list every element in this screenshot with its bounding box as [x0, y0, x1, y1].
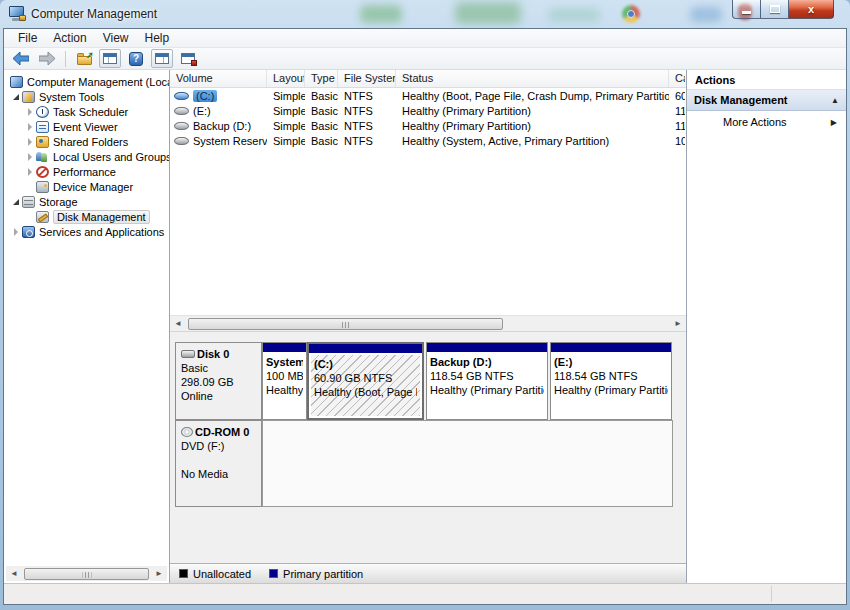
- collapse-arrow-icon[interactable]: [24, 168, 36, 176]
- cdrom-label[interactable]: CD-ROM 0 DVD (F:) No Media: [175, 420, 262, 507]
- status-bar: [4, 583, 846, 604]
- desktop-blur-chrome-center: [627, 10, 635, 18]
- shared-folders-icon: [36, 136, 49, 148]
- collapse-arrow-icon[interactable]: [24, 108, 36, 116]
- column-header-file-system[interactable]: File System: [338, 70, 396, 87]
- tree-item-disk-management[interactable]: Disk Management: [4, 209, 169, 224]
- task-scheduler-icon: [36, 106, 49, 118]
- primary-partition-band: [551, 343, 671, 353]
- partition-system[interactable]: System 100 MB Healthy (System, Active, P…: [262, 342, 307, 420]
- show-action-pane-button[interactable]: [151, 49, 173, 68]
- snap-in-icon: [181, 53, 195, 64]
- volume-list-horizontal-scrollbar[interactable]: ◄ ►: [170, 315, 686, 331]
- column-header-layout[interactable]: Layout: [267, 70, 305, 87]
- cdrom-media: DVD (F:): [181, 440, 257, 452]
- volume-icon: [174, 107, 189, 115]
- legend-primary-partition: Primary partition: [269, 568, 363, 580]
- action-pane-icon: [155, 53, 169, 64]
- close-button[interactable]: x: [789, 0, 834, 19]
- partition-e[interactable]: (E:) 118.54 GB NTFS Healthy (Primary Par…: [550, 342, 672, 420]
- volume-row-c[interactable]: (C:) Simple Basic NTFS Healthy (Boot, Pa…: [170, 88, 686, 103]
- menu-action[interactable]: Action: [45, 29, 94, 47]
- volume-rows: (C:) Simple Basic NTFS Healthy (Boot, Pa…: [170, 88, 686, 315]
- collapse-arrow-icon[interactable]: [24, 153, 36, 161]
- event-viewer-icon: [36, 121, 49, 133]
- collapse-arrow-icon[interactable]: [24, 138, 36, 146]
- cdrom-spacer: [181, 454, 257, 466]
- app-icon: [9, 6, 26, 22]
- partition-c[interactable]: (C:) 60.90 GB NTFS Healthy (Boot, Page F…: [307, 342, 424, 420]
- scroll-right-icon[interactable]: ►: [151, 567, 167, 581]
- tree-item-local-users-and-groups[interactable]: Local Users and Groups: [4, 149, 169, 164]
- desktop-blur-teal: [548, 8, 600, 22]
- forward-button[interactable]: [36, 49, 58, 68]
- column-header-capacity[interactable]: Capacity: [669, 70, 685, 87]
- back-icon: [13, 52, 29, 65]
- window-title: Computer Management: [31, 7, 157, 21]
- column-header-type[interactable]: Type: [305, 70, 338, 87]
- disk0-type: Basic: [181, 362, 257, 374]
- console-tree-icon: [103, 53, 117, 64]
- volume-row-e[interactable]: (E:) Simple Basic NTFS Healthy (Primary …: [170, 103, 686, 118]
- cd-icon: [181, 427, 193, 437]
- scrollbar-thumb[interactable]: [24, 568, 149, 580]
- local-users-groups-icon: [36, 151, 49, 163]
- actions-group-disk-management[interactable]: Disk Management ▲: [687, 90, 846, 111]
- window-frame: File Action View Help ➚ ?: [3, 28, 847, 605]
- performance-icon: [36, 166, 49, 178]
- tree-item-task-scheduler[interactable]: Task Scheduler: [4, 104, 169, 119]
- show-console-tree-button[interactable]: [99, 49, 121, 68]
- storage-icon: [22, 196, 35, 208]
- scroll-right-icon[interactable]: ►: [670, 317, 686, 331]
- cdrom-status: No Media: [181, 468, 257, 480]
- tree-item-computer-management[interactable]: Computer Management (Local): [4, 74, 169, 89]
- tree-item-shared-folders[interactable]: Shared Folders: [4, 134, 169, 149]
- column-header-volume[interactable]: Volume: [170, 70, 267, 87]
- more-actions-item[interactable]: More Actions ▶: [687, 111, 846, 133]
- scroll-left-icon[interactable]: ◄: [170, 317, 186, 331]
- volume-row-backup-d[interactable]: Backup (D:) Simple Basic NTFS Healthy (P…: [170, 118, 686, 133]
- menu-help[interactable]: Help: [137, 29, 178, 47]
- maximize-button[interactable]: [761, 0, 789, 19]
- scrollbar-track[interactable]: [22, 567, 151, 581]
- back-button[interactable]: [10, 49, 32, 68]
- partition-backup-d[interactable]: Backup (D:) 118.54 GB NTFS Healthy (Prim…: [426, 342, 548, 420]
- scrollbar-track[interactable]: [186, 317, 670, 331]
- collapse-caret-icon[interactable]: ▲: [831, 96, 839, 105]
- disk0-label[interactable]: Disk 0 Basic 298.09 GB Online: [175, 342, 262, 420]
- scroll-left-icon[interactable]: ◄: [6, 567, 22, 581]
- desktop-blur-green-2: [455, 2, 521, 24]
- column-header-status[interactable]: Status: [396, 70, 669, 87]
- primary-partition-band: [427, 343, 547, 353]
- folder-up-icon: ➚: [77, 53, 92, 65]
- tree-item-event-viewer[interactable]: Event Viewer: [4, 119, 169, 134]
- menu-file[interactable]: File: [10, 29, 45, 47]
- forward-icon: [39, 52, 55, 65]
- legend-unallocated: Unallocated: [179, 568, 251, 580]
- titlebar[interactable]: Computer Management x: [0, 0, 850, 28]
- scrollbar-thumb[interactable]: [188, 318, 503, 330]
- cdrom-empty-region[interactable]: [262, 420, 673, 507]
- tree-horizontal-scrollbar[interactable]: ◄ ►: [6, 566, 167, 581]
- help-button[interactable]: ?: [125, 49, 147, 68]
- primary-partition-band: [263, 343, 306, 353]
- expand-arrow-icon[interactable]: [10, 94, 22, 100]
- minimize-button[interactable]: [732, 0, 761, 19]
- volume-row-system-reserved[interactable]: System Reserved Simple Basic NTFS Health…: [170, 133, 686, 148]
- computer-management-window: Computer Management x File Action View H…: [0, 0, 850, 610]
- menu-view[interactable]: View: [95, 29, 137, 47]
- collapse-arrow-icon[interactable]: [24, 123, 36, 131]
- tree-item-performance[interactable]: Performance: [4, 164, 169, 179]
- tree-item-storage[interactable]: Storage: [4, 194, 169, 209]
- collapse-arrow-icon[interactable]: [10, 228, 22, 236]
- new-snap-in-button[interactable]: [177, 49, 199, 68]
- folder-up-button[interactable]: ➚: [73, 49, 95, 68]
- status-bar-divider: [771, 586, 772, 602]
- submenu-arrow-icon: ▶: [831, 118, 837, 127]
- close-icon: x: [808, 3, 814, 15]
- tree-item-device-manager[interactable]: Device Manager: [4, 179, 169, 194]
- disk-icon: [181, 350, 195, 358]
- expand-arrow-icon[interactable]: [10, 199, 22, 205]
- tree-item-system-tools[interactable]: System Tools: [4, 89, 169, 104]
- tree-item-services-and-applications[interactable]: Services and Applications: [4, 224, 169, 239]
